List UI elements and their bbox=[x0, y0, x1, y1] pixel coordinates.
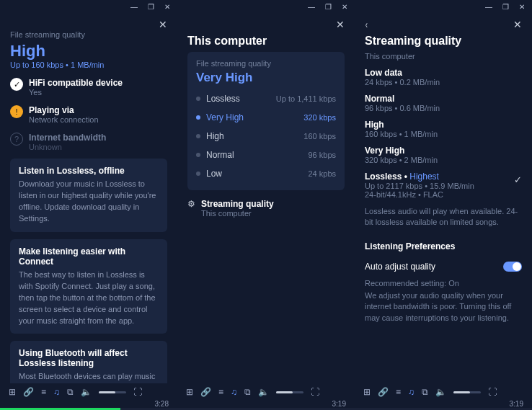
link-icon[interactable]: 🔗 bbox=[23, 387, 34, 397]
section-title: Streaming quality bbox=[201, 199, 274, 209]
volume-icon[interactable]: 🔈 bbox=[435, 387, 446, 397]
quality-option[interactable]: Normal96 kbps • 0.6 MB/min bbox=[365, 94, 522, 112]
titlebar: — ❐ ✕ bbox=[0, 0, 177, 13]
card-text: The best way to listen in Lossless is wi… bbox=[19, 269, 159, 327]
quality-box: File streaming quality Very High Lossles… bbox=[187, 52, 345, 190]
pane-file-quality: — ❐ ✕ ✕ File streaming quality High Up t… bbox=[0, 0, 177, 410]
devices-icon[interactable]: ♫ bbox=[53, 387, 60, 397]
pip-icon[interactable]: ⧉ bbox=[422, 387, 428, 397]
queue-icon[interactable]: ⊞ bbox=[363, 387, 371, 397]
player-controls: ⊞ 🔗 ≡ ♫ ⧉ 🔈 ⛶ bbox=[363, 387, 523, 397]
option-sub: 320 kbps • 2 MB/min bbox=[365, 156, 522, 164]
question-icon: ? bbox=[10, 133, 23, 146]
info-card: Using Bluetooth will affect Lossless lis… bbox=[10, 341, 167, 383]
queue-icon[interactable]: ⊞ bbox=[186, 387, 193, 397]
check-icon: ✓ bbox=[10, 78, 23, 91]
track-time: 3:19 bbox=[332, 400, 346, 408]
warning-icon: ! bbox=[10, 105, 23, 118]
quality-option[interactable]: High160 kbps • 1 MB/min bbox=[365, 120, 522, 138]
lyrics-icon[interactable]: ≡ bbox=[41, 387, 46, 397]
fullscreen-icon[interactable]: ⛶ bbox=[488, 387, 497, 397]
option-name: Normal bbox=[206, 150, 234, 160]
option-sub: Up to 2117 kbps • 15.9 MB/min bbox=[365, 182, 474, 190]
radio-icon bbox=[196, 97, 200, 101]
page-title: This computer bbox=[187, 35, 345, 48]
option-title: Normal bbox=[365, 94, 522, 104]
back-button[interactable]: ‹ bbox=[365, 19, 368, 30]
link-icon[interactable]: 🔗 bbox=[200, 387, 211, 397]
lyrics-icon[interactable]: ≡ bbox=[396, 387, 401, 397]
quality-option[interactable]: Low data24 kbps • 0.2 MB/min bbox=[365, 68, 522, 86]
link-icon[interactable]: 🔗 bbox=[378, 387, 389, 397]
volume-slider[interactable] bbox=[276, 391, 303, 393]
option-rate: 96 kbps bbox=[308, 151, 336, 159]
close-icon[interactable]: ✕ bbox=[336, 19, 345, 30]
option-title: High bbox=[365, 120, 522, 130]
close-button[interactable]: ✕ bbox=[342, 3, 347, 11]
maximize-button[interactable]: ❐ bbox=[502, 3, 509, 11]
option-sub: 160 kbps • 1 MB/min bbox=[365, 130, 522, 138]
option-rate: 24 kpbs bbox=[308, 169, 336, 178]
devices-icon[interactable]: ♫ bbox=[408, 387, 414, 397]
minimize-button[interactable]: — bbox=[130, 3, 138, 11]
pip-icon[interactable]: ⧉ bbox=[67, 387, 74, 397]
option-rate: 160 kbps bbox=[303, 132, 336, 141]
quality-option[interactable]: Normal96 kbps bbox=[196, 146, 336, 164]
label-file-streaming-quality: File streaming quality bbox=[10, 30, 167, 39]
section-streaming-quality[interactable]: ⚙ Streaming quality This computer bbox=[187, 199, 345, 218]
volume-icon[interactable]: 🔈 bbox=[258, 387, 269, 397]
minimize-button[interactable]: — bbox=[308, 3, 315, 11]
titlebar: — ❐ ✕ bbox=[355, 0, 532, 13]
close-button[interactable]: ✕ bbox=[164, 3, 170, 11]
quality-option[interactable]: Very High320 kbps bbox=[196, 108, 336, 127]
radio-icon bbox=[196, 153, 200, 157]
quality-option-lossless[interactable]: Lossless • Highest Up to 2117 kbps • 15.… bbox=[365, 171, 522, 199]
volume-icon[interactable]: 🔈 bbox=[81, 387, 92, 397]
quality-value: Very High bbox=[196, 71, 336, 85]
quality-option[interactable]: Very High320 kbps • 2 MB/min bbox=[365, 146, 522, 164]
info-card: Listen in Lossless, offline Download you… bbox=[10, 159, 167, 232]
page-subtitle: This computer bbox=[365, 52, 522, 61]
status-bandwidth: ? Internet bandwidth Unknown bbox=[10, 133, 167, 151]
option-title: Very High bbox=[365, 146, 522, 156]
status-playing-via: ! Playing via Network connection bbox=[10, 105, 167, 124]
option-title: Low data bbox=[365, 68, 522, 78]
fullscreen-icon[interactable]: ⛶ bbox=[311, 387, 319, 397]
option-name: Lossless bbox=[206, 94, 240, 104]
quality-option[interactable]: LosslessUp to 1,411 kbps bbox=[196, 89, 336, 108]
close-icon[interactable]: ✕ bbox=[513, 19, 522, 30]
fullscreen-icon[interactable]: ⛶ bbox=[133, 387, 142, 397]
auto-adjust-toggle[interactable] bbox=[503, 262, 522, 272]
info-card: Make listening easier with Connect The b… bbox=[10, 239, 167, 334]
volume-slider[interactable] bbox=[99, 391, 126, 393]
pref-description: We adjust your audio quality when your i… bbox=[365, 290, 522, 324]
quality-option[interactable]: Low24 kpbs bbox=[196, 164, 336, 183]
card-title: Make listening easier with Connect bbox=[19, 246, 159, 267]
option-name: Low bbox=[206, 169, 222, 179]
section-sub: This computer bbox=[201, 209, 274, 218]
maximize-button[interactable]: ❐ bbox=[325, 3, 332, 11]
player-controls: ⊞ 🔗 ≡ ♫ ⧉ 🔈 ⛶ bbox=[9, 387, 169, 397]
recommended-label: Recommended setting: On bbox=[365, 279, 522, 288]
pref-label: Auto adjust quality bbox=[365, 262, 435, 272]
pip-icon[interactable]: ⧉ bbox=[244, 387, 251, 397]
devices-icon[interactable]: ♫ bbox=[231, 387, 237, 397]
quality-option[interactable]: High160 kbps bbox=[196, 127, 336, 146]
status-sub: Yes bbox=[29, 88, 123, 97]
close-button[interactable]: ✕ bbox=[519, 3, 525, 11]
status-title: Playing via bbox=[29, 105, 99, 115]
close-icon[interactable]: ✕ bbox=[159, 19, 167, 30]
card-text: Most Bluetooth devices can play music qu… bbox=[19, 371, 159, 383]
lyrics-icon[interactable]: ≡ bbox=[218, 387, 223, 397]
radio-icon bbox=[196, 115, 200, 120]
minimize-button[interactable]: — bbox=[485, 3, 492, 11]
maximize-button[interactable]: ❐ bbox=[148, 3, 154, 11]
page-title: Streaming quality bbox=[365, 35, 522, 48]
player-controls: ⊞ 🔗 ≡ ♫ ⧉ 🔈 ⛶ bbox=[186, 387, 346, 397]
status-title: Internet bandwidth bbox=[29, 133, 106, 143]
volume-slider[interactable] bbox=[453, 391, 481, 393]
queue-icon[interactable]: ⊞ bbox=[9, 387, 16, 397]
option-rate: 320 kbps bbox=[303, 113, 336, 122]
radio-icon bbox=[196, 134, 200, 138]
card-text: Download your music in Lossless to liste… bbox=[19, 179, 159, 225]
